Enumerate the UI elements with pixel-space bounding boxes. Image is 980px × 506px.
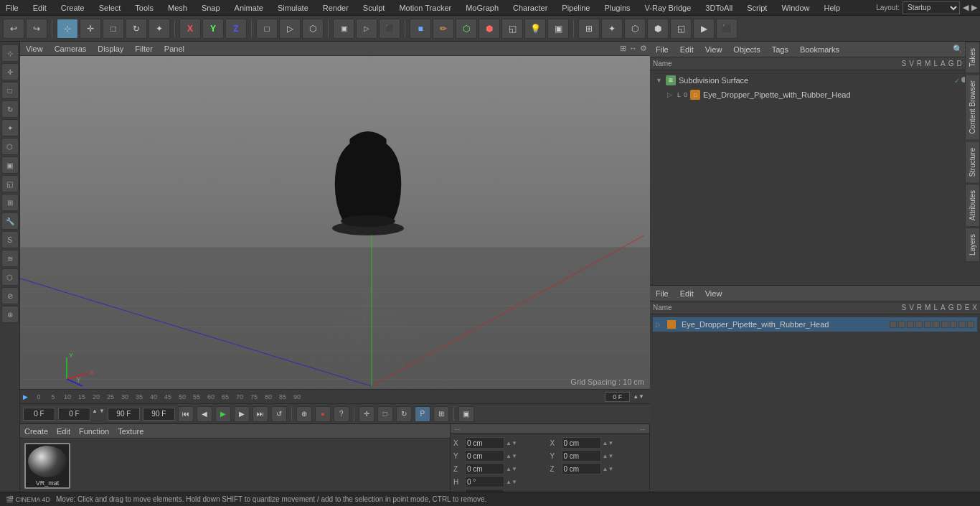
attr-menu-view[interactable]: View [702,288,725,299]
timeline-current-frame[interactable] [605,392,630,402]
menu-3dtoall[interactable]: 3DToAll [702,2,735,14]
menu-motion-tracker[interactable]: Motion Tracker [396,2,454,14]
scene-button[interactable]: ▣ [547,19,569,39]
side-tab-structure[interactable]: Structure [965,141,980,184]
transport-current-frame[interactable] [58,408,90,421]
obj-menu-file[interactable]: File [653,44,672,55]
generator-button[interactable]: ⬡ [456,19,477,39]
object-mode-button[interactable]: □ [256,19,278,39]
menu-render[interactable]: Render [320,2,352,14]
left-btn-11[interactable]: S [1,231,19,248]
y-axis-button[interactable]: Y [202,19,224,39]
transport-frame-step-up[interactable]: ▲ [92,408,98,421]
obj-menu-view[interactable]: View [702,44,725,55]
coord-y-arrow[interactable]: ▲▼ [506,453,517,459]
edge-mode-button[interactable]: ⬡ [302,19,324,39]
transport-record[interactable]: ⊕ [296,406,312,422]
playback-button[interactable]: ▶ [693,19,715,39]
timeline[interactable]: ▶ 0 5 10 15 20 25 30 35 40 45 50 55 60 6… [20,389,650,403]
coord-x2-arrow[interactable]: ▲▼ [603,440,614,446]
left-btn-10[interactable]: 🔧 [1,212,19,230]
viewport-scene[interactable]: X Y Z X Y Z [20,56,650,389]
transport-play[interactable]: ▶ [215,406,231,422]
camera-button[interactable]: ◱ [501,19,523,39]
obj-menu-tags[interactable]: Tags [769,44,791,55]
transport-frames-button[interactable]: ▣ [458,406,474,422]
left-btn-7[interactable]: ▣ [1,156,19,174]
snap3-button[interactable]: ⬢ [647,19,669,39]
rotate-button[interactable]: ↻ [126,19,147,39]
transport-keyframe[interactable]: ✛ [359,406,374,422]
viewport-expand-icon[interactable]: ⊞ [620,44,626,53]
side-tab-takes[interactable]: Takes [965,42,980,73]
transport-grid-button[interactable]: ⊞ [433,406,449,422]
viewport-cameras-menu[interactable]: Cameras [52,43,90,55]
left-btn-14[interactable]: ⊘ [1,287,19,304]
render-active-button[interactable]: ▷ [356,19,377,39]
transport-end-frame[interactable] [108,408,140,421]
coord-z-arrow[interactable]: ▲▼ [506,466,517,472]
viewport-display-menu[interactable]: Display [95,43,126,55]
mat-menu-create[interactable]: Create [24,427,48,436]
coord-z-input[interactable] [465,463,504,474]
menu-plugins[interactable]: Plugins [601,2,633,14]
transport-start-frame[interactable] [23,408,55,421]
menu-edit[interactable]: Edit [30,2,50,14]
transport-p-button[interactable]: P [415,406,430,422]
transport-frame-step-down[interactable]: ▼ [99,408,105,421]
left-btn-12[interactable]: ≋ [1,250,19,267]
record-button[interactable]: ⬛ [716,19,738,39]
menu-tools[interactable]: Tools [132,2,156,14]
left-btn-5[interactable]: ✦ [1,119,19,136]
viewport-view-menu[interactable]: View [23,43,46,55]
undo-button[interactable]: ↩ [3,19,24,39]
tree-expander-eyedropper[interactable]: ▷ [667,91,674,98]
menu-file[interactable]: File [3,2,22,14]
menu-simulate[interactable]: Simulate [275,2,311,14]
coord-y2-input[interactable] [562,450,601,462]
viewport-panel-menu[interactable]: Panel [161,43,187,55]
transport-next-frame[interactable]: ▶ [234,406,250,422]
move-button[interactable]: ✛ [80,19,101,39]
attr-menu-edit[interactable]: Edit [677,288,697,299]
obj-menu-bookmarks[interactable]: Bookmarks [797,44,842,55]
spline-button[interactable]: ✏ [433,19,454,39]
left-btn-4[interactable]: ↻ [1,100,19,118]
render-region-button[interactable]: ▣ [333,19,354,39]
left-btn-8[interactable]: ◱ [1,175,19,192]
menu-mesh[interactable]: Mesh [165,2,190,14]
menu-character[interactable]: Character [510,2,550,14]
coord-y-input[interactable] [465,450,504,462]
transport-go-start[interactable]: ⏮ [178,406,194,422]
coord-z2-arrow[interactable]: ▲▼ [603,466,614,472]
menu-snap[interactable]: Snap [199,2,223,14]
mat-menu-edit[interactable]: Edit [57,427,70,436]
obj-tree[interactable]: ▼ ⊞ Subdivision Surface ✓ ▷ L 0 □ Eye_Dr… [650,70,980,285]
snap2-button[interactable]: ⬡ [624,19,646,39]
tree-item-eyedropper[interactable]: ▷ L 0 □ Eye_Dropper_Pipette_with_Rubber_… [653,88,977,102]
left-btn-6[interactable]: ⬡ [1,138,19,155]
coord-x-input[interactable] [465,437,504,449]
sub-check-icon[interactable]: ✓ [954,77,960,85]
layout-arrow-left[interactable]: ◀ [963,3,969,12]
transport-addkey[interactable]: □ [377,406,393,422]
transport-go-end[interactable]: ⏭ [253,406,268,422]
layout-arrow-right[interactable]: ▶ [971,3,977,12]
viewport-mode-button[interactable]: ◱ [670,19,692,39]
left-btn-15[interactable]: ⊛ [1,306,19,323]
layout-dropdown[interactable]: Startup Standard [903,1,960,14]
menu-animate[interactable]: Animate [232,2,266,14]
transport-loop[interactable]: ↺ [271,406,287,422]
coord-x-arrow[interactable]: ▲▼ [506,440,517,446]
menu-mograph[interactable]: MoGraph [463,2,501,14]
menu-sculpt[interactable]: Sculpt [360,2,388,14]
viewport[interactable]: View Cameras Display Filter Panel ⊞ ↔ ⚙ [20,42,650,389]
mat-menu-function[interactable]: Function [79,427,109,436]
side-tab-layers[interactable]: Layers [965,228,980,262]
floor-button[interactable]: ⊞ [578,19,600,39]
attr-row-eyedropper[interactable]: ▷ Eye_Dropper_Pipette_with_Rubber_Head [653,317,977,332]
left-btn-13[interactable]: ⬡ [1,268,19,286]
render-output-button[interactable]: ⬛ [379,19,400,39]
transport-auto-key[interactable]: ● [315,406,331,422]
menu-pipeline[interactable]: Pipeline [559,2,593,14]
